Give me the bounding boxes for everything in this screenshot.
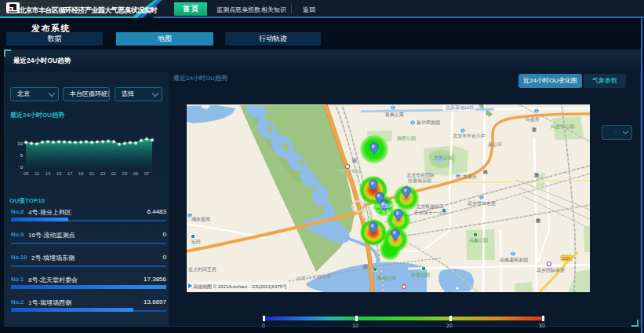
svg-text:济产业园: 济产业园 xyxy=(372,209,391,215)
svg-text:01: 01 xyxy=(111,171,117,176)
svg-text:银地公园: 银地公园 xyxy=(377,275,396,281)
svg-text:世界公园: 世界公园 xyxy=(434,156,453,161)
svg-text:G: G xyxy=(535,109,538,113)
svg-text:丰台区循环经: 丰台区循环经 xyxy=(370,203,398,209)
svg-text:花乡国际家居: 花乡国际家居 xyxy=(537,267,565,273)
svg-text:10: 10 xyxy=(17,141,23,146)
svg-text:造义村回王房: 造义村回王房 xyxy=(188,266,216,273)
svg-text:19: 19 xyxy=(78,171,84,176)
svg-text:城南嘉园: 城南嘉园 xyxy=(191,217,210,222)
svg-text:易佩康闲家园: 易佩康闲家园 xyxy=(500,257,528,263)
svg-text:G: G xyxy=(411,121,414,125)
svg-text:紫谷伊甸园: 紫谷伊甸园 xyxy=(337,168,361,174)
svg-text:G: G xyxy=(511,252,515,256)
svg-text:03: 03 xyxy=(122,171,128,176)
svg-text:17: 17 xyxy=(67,171,73,176)
svg-text:G: G xyxy=(391,106,395,110)
svg-text:05: 05 xyxy=(133,171,139,176)
svg-text:15: 15 xyxy=(56,171,62,176)
svg-text:07: 07 xyxy=(144,171,150,176)
svg-text:花乡世华名居: 花乡世华名居 xyxy=(468,201,496,207)
svg-text:子弟第十一小学: 子弟第十一小学 xyxy=(413,210,447,216)
svg-text:5: 5 xyxy=(20,153,24,158)
svg-text:总部基地10区: 总部基地10区 xyxy=(445,104,475,111)
svg-text:G: G xyxy=(461,129,464,133)
svg-text:秦公庄: 秦公庄 xyxy=(488,141,502,147)
svg-text:0: 0 xyxy=(20,165,24,170)
svg-text:御景公园: 御景公园 xyxy=(397,136,416,141)
svg-text:白盆窑公园: 白盆窑公园 xyxy=(551,123,574,130)
svg-text:绿堤公园: 绿堤公园 xyxy=(411,272,430,278)
svg-text:G: G xyxy=(457,174,460,178)
svg-text:11: 11 xyxy=(35,171,40,176)
svg-text:G: G xyxy=(188,214,191,218)
svg-text:09: 09 xyxy=(24,171,29,176)
svg-text:13: 13 xyxy=(45,171,51,176)
svg-text:近田: 近田 xyxy=(191,240,201,245)
svg-text:北京铁路职工: 北京铁路职工 xyxy=(416,203,444,210)
svg-text:23: 23 xyxy=(100,171,106,176)
svg-text:看枫公寓: 看枫公寓 xyxy=(384,112,404,118)
svg-text:高鑫公园: 高鑫公园 xyxy=(469,237,488,243)
svg-text:S326: S326 xyxy=(562,257,571,261)
svg-text:北京市丰台八中: 北京市丰台八中 xyxy=(453,133,486,139)
svg-text:21: 21 xyxy=(89,171,95,176)
svg-text:北京华侨国际: 北京华侨国际 xyxy=(406,172,435,178)
svg-text:高德地图 © 2021AutoNavi - GS(2021): 高德地图 © 2021AutoNavi - GS(2021)6375号 xyxy=(193,284,287,290)
svg-text:大葆台: 大葆台 xyxy=(463,174,477,180)
svg-text:拉斐俱乐部: 拉斐俱乐部 xyxy=(408,177,431,184)
svg-text:G: G xyxy=(480,196,483,199)
svg-text:白盆窑: 白盆窑 xyxy=(526,116,540,123)
svg-text:新华双拥园: 新华双拥园 xyxy=(417,119,440,126)
